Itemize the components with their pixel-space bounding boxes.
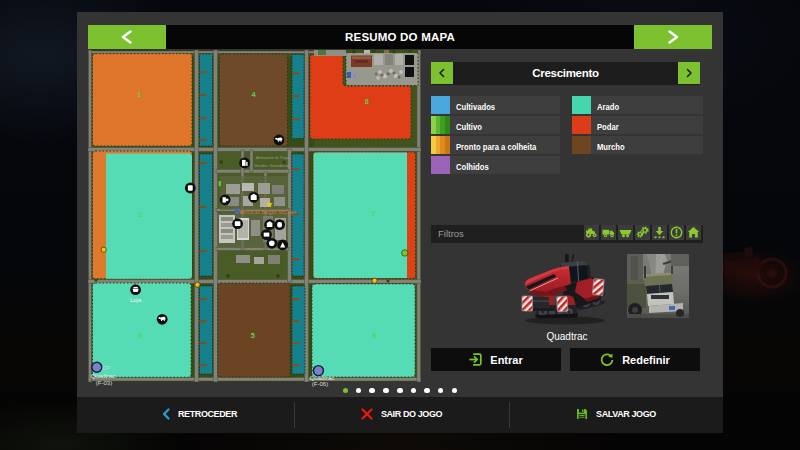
svg-text:5: 5 xyxy=(251,331,255,340)
svg-text:1: 1 xyxy=(137,90,141,99)
svg-text:2: 2 xyxy=(138,210,142,219)
svg-text:6: 6 xyxy=(372,331,376,340)
svg-text:Quadtrac: Quadtrac xyxy=(310,375,335,381)
svg-text:Armazem di Trigo: Armazem di Trigo xyxy=(256,155,289,160)
svg-text:Loja: Loja xyxy=(130,297,142,303)
svg-text:8: 8 xyxy=(365,97,369,106)
svg-text:Quadtrac: Quadtrac xyxy=(91,373,116,379)
svg-text:7: 7 xyxy=(371,209,375,218)
svg-text:Vendas Geradoras: Vendas Geradoras xyxy=(254,163,289,168)
svg-text:Fábrica de Biogás McLean: Fábrica de Biogás McLean xyxy=(236,209,296,215)
svg-text:3: 3 xyxy=(138,331,142,340)
svg-text:CP: CP xyxy=(102,365,110,371)
